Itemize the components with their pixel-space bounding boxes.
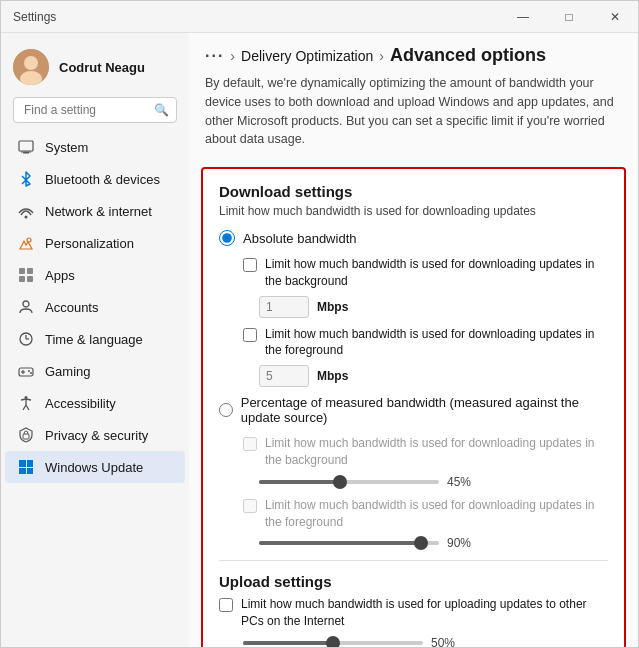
sidebar: Codrut Neagu 🔍 System Bluetooth & device…	[1, 33, 189, 647]
absolute-bandwidth-label: Absolute bandwidth	[243, 231, 356, 246]
search-input[interactable]	[13, 97, 177, 123]
sidebar-item-windows-update[interactable]: Windows Update	[5, 451, 185, 483]
minimize-button[interactable]: —	[500, 1, 546, 33]
upload-track	[243, 641, 423, 645]
svg-rect-9	[27, 268, 33, 274]
pct-bg-track	[259, 480, 439, 484]
accessibility-icon	[17, 394, 35, 412]
pct-fg-checkbox-row: Limit how much bandwidth is used for dow…	[243, 497, 608, 531]
fg-download-checkbox-row: Limit how much bandwidth is used for dow…	[243, 326, 608, 360]
percentage-bandwidth-option[interactable]: Percentage of measured bandwidth (measur…	[219, 395, 608, 425]
sidebar-item-label-personalization: Personalization	[45, 236, 134, 251]
bg-download-checkbox[interactable]	[243, 258, 257, 272]
accounts-icon	[17, 298, 35, 316]
absolute-bandwidth-radio[interactable]	[219, 230, 235, 246]
svg-rect-22	[23, 434, 29, 439]
personalization-icon	[17, 234, 35, 252]
svg-point-12	[23, 301, 29, 307]
svg-point-19	[28, 370, 30, 372]
search-icon: 🔍	[154, 103, 169, 117]
pct-fg-checkbox[interactable]	[243, 499, 257, 513]
sidebar-item-privacy[interactable]: Privacy & security	[5, 419, 185, 451]
pct-fg-value: 90%	[447, 536, 471, 550]
svg-point-20	[30, 372, 32, 374]
bg-mbps-unit: Mbps	[317, 300, 348, 314]
svg-point-1	[24, 56, 38, 70]
breadcrumb-current: Advanced options	[390, 45, 546, 66]
sidebar-item-label-gaming: Gaming	[45, 364, 91, 379]
download-settings-section: Download settings Limit how much bandwid…	[219, 183, 608, 550]
sidebar-item-label-network: Network & internet	[45, 204, 152, 219]
svg-rect-8	[19, 268, 25, 274]
windows-update-icon	[17, 458, 35, 476]
sidebar-item-label-windows-update: Windows Update	[45, 460, 143, 475]
upload-settings-section: Upload settings Limit how much bandwidth…	[219, 573, 608, 647]
bluetooth-icon	[17, 170, 35, 188]
svg-point-6	[25, 216, 28, 219]
sidebar-item-label-accounts: Accounts	[45, 300, 98, 315]
sidebar-item-bluetooth[interactable]: Bluetooth & devices	[5, 163, 185, 195]
breadcrumb-dots[interactable]: ···	[205, 47, 224, 65]
breadcrumb-sep-2: ›	[379, 48, 384, 64]
sidebar-item-gaming[interactable]: Gaming	[5, 355, 185, 387]
breadcrumb-parent[interactable]: Delivery Optimization	[241, 48, 373, 64]
network-icon	[17, 202, 35, 220]
sidebar-item-label-time: Time & language	[45, 332, 143, 347]
percentage-bandwidth-radio[interactable]	[219, 402, 233, 418]
fg-mbps-unit: Mbps	[317, 369, 348, 383]
sidebar-item-network[interactable]: Network & internet	[5, 195, 185, 227]
breadcrumb: ··· › Delivery Optimization › Advanced o…	[189, 33, 638, 74]
pct-fg-track	[259, 541, 439, 545]
pct-fg-label: Limit how much bandwidth is used for dow…	[265, 497, 608, 531]
time-icon	[17, 330, 35, 348]
download-settings-title: Download settings	[219, 183, 608, 200]
upload-label: Limit how much bandwidth is used for upl…	[241, 596, 608, 630]
pct-bg-checkbox[interactable]	[243, 437, 257, 451]
settings-window: Settings — □ ✕ Codrut Neagu 🔍	[0, 0, 639, 648]
sidebar-item-accounts[interactable]: Accounts	[5, 291, 185, 323]
fg-mbps-row: Mbps	[259, 365, 608, 387]
sidebar-item-system[interactable]: System	[5, 131, 185, 163]
sidebar-item-label-apps: Apps	[45, 268, 75, 283]
description-text: By default, we're dynamically optimizing…	[189, 74, 638, 159]
pct-bg-slider-row: 45%	[259, 475, 608, 489]
window-title: Settings	[13, 10, 56, 24]
download-settings-subtitle: Limit how much bandwidth is used for dow…	[219, 204, 608, 218]
upload-settings-title: Upload settings	[219, 573, 608, 590]
fg-download-checkbox[interactable]	[243, 328, 257, 342]
absolute-bandwidth-option[interactable]: Absolute bandwidth	[219, 230, 608, 246]
svg-rect-3	[19, 141, 33, 151]
maximize-button[interactable]: □	[546, 1, 592, 33]
upload-checkbox[interactable]	[219, 598, 233, 612]
svg-rect-10	[19, 276, 25, 282]
sidebar-item-personalization[interactable]: Personalization	[5, 227, 185, 259]
upload-checkbox-row: Limit how much bandwidth is used for upl…	[219, 596, 608, 630]
bg-mbps-row: Mbps	[259, 296, 608, 318]
user-name: Codrut Neagu	[59, 60, 145, 75]
privacy-icon	[17, 426, 35, 444]
sidebar-item-accessibility[interactable]: Accessibility	[5, 387, 185, 419]
upload-slider-row: 50%	[243, 636, 608, 647]
user-section: Codrut Neagu	[1, 41, 189, 97]
pct-bg-checkbox-row: Limit how much bandwidth is used for dow…	[243, 435, 608, 469]
system-icon	[17, 138, 35, 156]
sidebar-item-label-system: System	[45, 140, 88, 155]
close-button[interactable]: ✕	[592, 1, 638, 33]
bg-mbps-input[interactable]	[259, 296, 309, 318]
pct-bg-label: Limit how much bandwidth is used for dow…	[265, 435, 608, 469]
section-divider	[219, 560, 608, 561]
svg-point-7	[27, 238, 31, 242]
content-area: ··· › Delivery Optimization › Advanced o…	[189, 33, 638, 647]
pct-bg-value: 45%	[447, 475, 471, 489]
sidebar-item-time[interactable]: Time & language	[5, 323, 185, 355]
sidebar-item-label-bluetooth: Bluetooth & devices	[45, 172, 160, 187]
bg-download-label: Limit how much bandwidth is used for dow…	[265, 256, 608, 290]
pct-fg-slider-row: 90%	[259, 536, 608, 550]
sidebar-item-apps[interactable]: Apps	[5, 259, 185, 291]
svg-rect-23	[19, 460, 26, 467]
svg-rect-25	[19, 468, 26, 474]
titlebar: Settings — □ ✕	[1, 1, 638, 33]
fg-mbps-input[interactable]	[259, 365, 309, 387]
svg-rect-24	[27, 460, 33, 467]
settings-panel: Download settings Limit how much bandwid…	[201, 167, 626, 647]
